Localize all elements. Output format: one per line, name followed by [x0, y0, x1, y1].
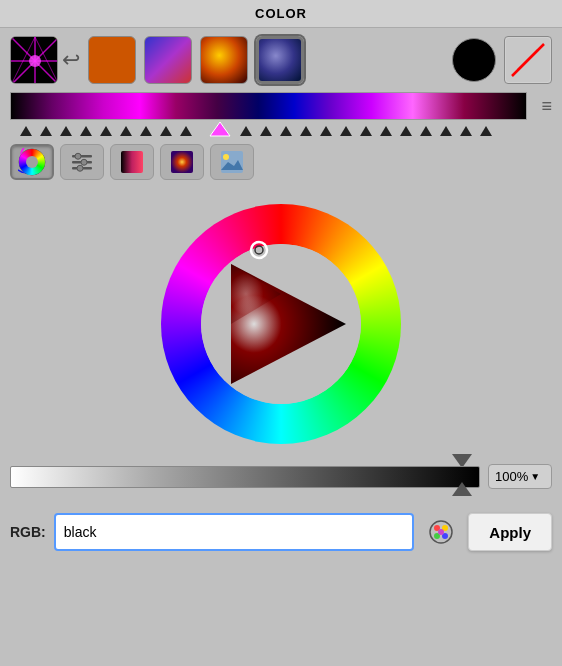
- color-wheel-wrapper[interactable]: [151, 194, 411, 454]
- svg-point-46: [223, 154, 229, 160]
- color-wheel-svg[interactable]: [151, 194, 411, 454]
- svg-marker-28: [400, 126, 412, 136]
- svg-marker-30: [440, 126, 452, 136]
- svg-marker-29: [420, 126, 432, 136]
- gradient-bar[interactable]: [10, 92, 527, 120]
- svg-marker-25: [340, 126, 352, 136]
- tab-image[interactable]: [210, 144, 254, 180]
- svg-point-7: [29, 55, 41, 67]
- svg-marker-52: [452, 482, 472, 496]
- svg-marker-10: [20, 126, 32, 136]
- gradient-bar-container: [10, 92, 527, 120]
- svg-point-40: [81, 159, 87, 165]
- svg-marker-13: [80, 126, 92, 136]
- svg-marker-24: [320, 126, 332, 136]
- tab-wheel[interactable]: [10, 144, 54, 180]
- tab-sliders[interactable]: [60, 144, 104, 180]
- gradient-stops: [10, 122, 552, 136]
- svg-marker-21: [260, 126, 272, 136]
- svg-marker-32: [480, 126, 492, 136]
- preset-purple-gradient[interactable]: [144, 36, 192, 84]
- palette-picker-button[interactable]: [422, 513, 460, 551]
- svg-marker-14: [100, 126, 112, 136]
- slider-row: 100% ▼: [0, 460, 562, 493]
- preset-no-color[interactable]: [504, 36, 552, 84]
- svg-marker-22: [280, 126, 292, 136]
- svg-point-41: [77, 165, 83, 171]
- svg-marker-15: [120, 126, 132, 136]
- svg-marker-12: [60, 126, 72, 136]
- apply-button[interactable]: Apply: [468, 513, 552, 551]
- preset-active-blue[interactable]: [256, 36, 304, 84]
- color-wheel-area: [0, 184, 562, 464]
- preset-solid-black[interactable]: [452, 38, 496, 82]
- header-title: COLOR: [255, 6, 307, 21]
- gradient-bar-row: ≡: [0, 92, 562, 120]
- svg-marker-26: [360, 126, 372, 136]
- svg-marker-19: [210, 122, 230, 136]
- svg-marker-31: [460, 126, 472, 136]
- svg-marker-11: [40, 126, 52, 136]
- rgb-label: RGB:: [10, 524, 46, 540]
- svg-rect-42: [121, 151, 143, 173]
- svg-point-58: [438, 529, 444, 535]
- svg-marker-20: [240, 126, 252, 136]
- svg-marker-17: [160, 126, 172, 136]
- tab-gradient2[interactable]: [160, 144, 204, 180]
- rgb-input[interactable]: [54, 513, 415, 551]
- presets-row: ↩: [0, 28, 562, 92]
- triangle-row: [0, 122, 562, 136]
- chevron-down-icon: ▼: [530, 471, 540, 482]
- percent-dropdown[interactable]: 100% ▼: [488, 464, 552, 489]
- preset-fire-sphere[interactable]: [200, 36, 248, 84]
- rgb-row: RGB: Apply: [0, 507, 562, 557]
- tab-gradient1[interactable]: [110, 144, 154, 180]
- svg-marker-18: [180, 126, 192, 136]
- gradient-menu-button[interactable]: ≡: [541, 96, 552, 117]
- value-slider-container: [10, 466, 480, 488]
- svg-marker-23: [300, 126, 312, 136]
- mode-tabs-row: [0, 140, 562, 184]
- svg-marker-16: [140, 126, 152, 136]
- svg-rect-43: [171, 151, 193, 173]
- svg-marker-27: [380, 126, 392, 136]
- dialog-header: COLOR: [0, 0, 562, 28]
- preset-orange[interactable]: [88, 36, 136, 84]
- svg-point-35: [26, 156, 38, 168]
- value-slider[interactable]: [10, 466, 480, 488]
- percent-value: 100%: [495, 469, 528, 484]
- svg-point-39: [75, 153, 81, 159]
- undo-button[interactable]: ↩: [62, 47, 80, 73]
- preset-starburst[interactable]: [10, 36, 58, 84]
